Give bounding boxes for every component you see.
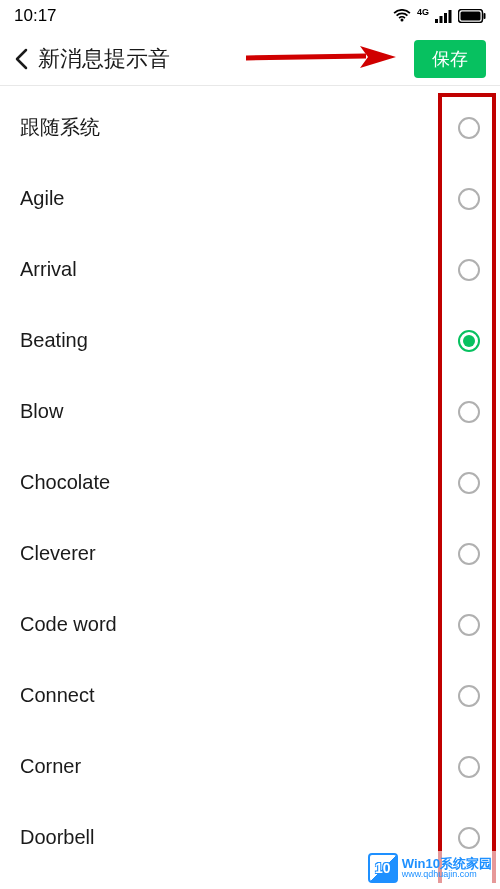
sound-label: Doorbell [20, 826, 94, 849]
svg-rect-2 [444, 13, 447, 23]
status-bar: 10:17 4G [0, 0, 500, 32]
signal-icon [435, 10, 452, 23]
watermark: 10 Win10系统家园 www.qdhuajin.com [364, 851, 496, 885]
save-button[interactable]: 保存 [414, 40, 486, 78]
list-item[interactable]: Agile [0, 163, 500, 234]
sound-list: 跟随系统AgileArrivalBeatingBlowChocolateClev… [0, 86, 500, 873]
sound-label: Arrival [20, 258, 77, 281]
svg-rect-5 [461, 12, 481, 21]
svg-rect-0 [435, 19, 438, 23]
sound-label: Code word [20, 613, 117, 636]
sound-label: Beating [20, 329, 88, 352]
watermark-logo: 10 [368, 853, 398, 883]
list-item[interactable]: Blow [0, 376, 500, 447]
wifi-icon [393, 9, 411, 23]
status-icons: 4G [393, 9, 486, 23]
network-type: 4G [417, 7, 429, 17]
battery-icon [458, 9, 486, 23]
radio-indicator[interactable] [458, 827, 480, 849]
radio-indicator[interactable] [458, 401, 480, 423]
radio-indicator[interactable] [458, 330, 480, 352]
sound-label: Chocolate [20, 471, 110, 494]
list-item[interactable]: Code word [0, 589, 500, 660]
list-item[interactable]: Connect [0, 660, 500, 731]
svg-rect-3 [449, 10, 452, 23]
sound-label: Cleverer [20, 542, 96, 565]
watermark-sub: www.qdhuajin.com [402, 870, 492, 879]
sound-label: Corner [20, 755, 81, 778]
sound-label: Connect [20, 684, 95, 707]
chevron-left-icon [14, 48, 28, 70]
svg-rect-6 [484, 13, 486, 19]
radio-indicator[interactable] [458, 756, 480, 778]
sound-label: 跟随系统 [20, 114, 100, 141]
back-button[interactable] [14, 48, 28, 70]
list-item[interactable]: Cleverer [0, 518, 500, 589]
list-item[interactable]: Beating [0, 305, 500, 376]
list-item[interactable]: Corner [0, 731, 500, 802]
radio-indicator[interactable] [458, 685, 480, 707]
radio-indicator[interactable] [458, 543, 480, 565]
radio-indicator[interactable] [458, 259, 480, 281]
svg-rect-1 [440, 16, 443, 23]
header: 新消息提示音 保存 [0, 32, 500, 86]
list-item[interactable]: Arrival [0, 234, 500, 305]
sound-label: Blow [20, 400, 63, 423]
radio-indicator[interactable] [458, 614, 480, 636]
page-title: 新消息提示音 [38, 44, 170, 74]
list-item[interactable]: 跟随系统 [0, 92, 500, 163]
sound-label: Agile [20, 187, 64, 210]
radio-indicator[interactable] [458, 117, 480, 139]
list-item[interactable]: Chocolate [0, 447, 500, 518]
radio-indicator[interactable] [458, 188, 480, 210]
radio-indicator[interactable] [458, 472, 480, 494]
status-time: 10:17 [14, 6, 57, 26]
